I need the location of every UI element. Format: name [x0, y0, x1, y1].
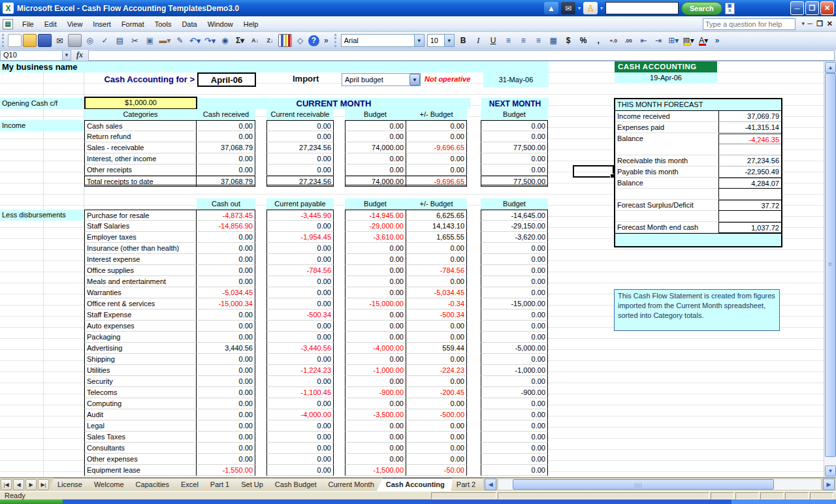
cash-received-cell[interactable]: 37,068.79	[197, 142, 255, 153]
category-cell[interactable]: Shipping	[84, 354, 197, 365]
category-cell[interactable]: Packaging	[84, 332, 197, 343]
search-button[interactable]: Search	[681, 2, 722, 15]
current-payable-cell[interactable]: -3,440.56	[266, 343, 334, 354]
budget-cell[interactable]: 0.00	[345, 309, 406, 321]
next-budget-cell[interactable]: 0.00	[481, 420, 548, 432]
col-header-budget[interactable]: Budget	[345, 109, 406, 120]
titlebar-search-input[interactable]	[605, 2, 679, 14]
chevron-down-icon[interactable]: ▼	[414, 35, 424, 46]
budget-cell[interactable]: 0.00	[345, 443, 406, 454]
current-receivable-cell[interactable]: 0.00	[266, 165, 334, 176]
next-budget-cell[interactable]: 0.00	[481, 454, 548, 465]
next-budget-cell[interactable]: 0.00	[481, 131, 548, 142]
cash-out-cell[interactable]: 0.00	[197, 409, 255, 420]
cash-received-cell[interactable]: 0.00	[197, 165, 255, 176]
scroll-up-icon[interactable]: ▲	[825, 62, 836, 73]
current-payable-cell[interactable]: 0.00	[266, 432, 334, 443]
cash-out-cell[interactable]: -1,550.00	[197, 465, 255, 476]
category-cell[interactable]: Other expenses	[84, 454, 197, 465]
cash-accounting-for-label[interactable]: Cash Accounting for >	[78, 74, 195, 86]
next-budget-cell[interactable]: -1,000.00	[481, 365, 548, 376]
disbursements-section-label[interactable]: Less disbursements	[0, 210, 84, 221]
cash-out-cell[interactable]: 0.00	[197, 420, 255, 432]
sidebar-toggle-icon[interactable]: ▣✕	[725, 3, 735, 14]
budget-cell[interactable]: 74,000.00	[345, 176, 406, 187]
help-icon[interactable]: ?	[308, 35, 319, 46]
menu-item[interactable]: Format	[116, 18, 150, 30]
category-cell[interactable]: Computing	[84, 398, 197, 409]
current-payable-cell[interactable]: 0.00	[266, 276, 334, 287]
forecast-value-cell[interactable]: 1,037.72	[718, 222, 781, 233]
budget-cell[interactable]: 0.00	[345, 376, 406, 387]
forecast-label-cell[interactable]: Expenses paid	[615, 122, 718, 133]
pm-budget-cell[interactable]: -784.56	[406, 265, 467, 276]
category-cell[interactable]: Security	[84, 376, 197, 387]
cash-out-cell[interactable]: 0.00	[197, 276, 255, 287]
horizontal-scrollbar[interactable]	[498, 479, 822, 490]
budget-cell[interactable]: -4,000.00	[345, 343, 406, 354]
next-budget-cell[interactable]: 77,500.00	[481, 142, 548, 153]
category-cell[interactable]: Sales - receivable	[84, 142, 197, 153]
menu-item[interactable]: File	[17, 18, 39, 30]
align-left-icon[interactable]: ≡	[502, 34, 515, 47]
next-budget-cell[interactable]: 0.00	[481, 243, 548, 254]
category-cell[interactable]: Sales Taxes	[84, 432, 197, 443]
selected-cell[interactable]	[573, 165, 614, 178]
budget-cell[interactable]: 0.00	[345, 120, 406, 131]
cash-accounting-header-cell[interactable]: CASH ACCOUNTING	[615, 61, 717, 72]
forecast-label-cell[interactable]: Payable this month	[615, 166, 718, 178]
scroll-left-icon[interactable]: ◀	[485, 479, 496, 490]
hyperlink-icon[interactable]: ◉	[218, 34, 232, 47]
next-budget-cell[interactable]: 0.00	[481, 254, 548, 265]
open-folder-icon[interactable]	[23, 34, 37, 47]
start-button-edge[interactable]	[0, 499, 63, 504]
next-budget-cell[interactable]: 0.00	[481, 376, 548, 387]
next-budget-cell[interactable]: 77,500.00	[481, 176, 548, 187]
cash-out-cell[interactable]: 0.00	[197, 443, 255, 454]
cash-out-cell[interactable]: 0.00	[197, 454, 255, 465]
current-payable-cell[interactable]: -4,000.00	[266, 409, 334, 420]
budget-cell[interactable]: -1,500.00	[345, 465, 406, 476]
sheet-tab-setup[interactable]: Set Up	[232, 478, 271, 491]
pm-budget-cell[interactable]: 0.00	[406, 332, 467, 343]
next-budget-cell[interactable]: 0.00	[481, 153, 548, 165]
note-box[interactable]: This Cash Flow Statement is created from…	[614, 289, 780, 331]
category-cell[interactable]: Employer taxes	[84, 232, 197, 243]
cash-out-cell[interactable]: 3,440.56	[197, 343, 255, 354]
budget-cell[interactable]: 0.00	[345, 432, 406, 443]
period-cell[interactable]: April-06	[197, 72, 256, 87]
help-question-input[interactable]	[703, 18, 796, 30]
sheet-tab-cash-accounting[interactable]: Cash Accounting	[377, 478, 453, 491]
sheet-tab-part1[interactable]: Part 1	[201, 478, 237, 491]
current-payable-cell[interactable]: 0.00	[266, 221, 334, 232]
chevron-down-icon[interactable]: ▼	[410, 74, 420, 86]
sheet-tab-license[interactable]: License	[48, 478, 90, 491]
chevron-down-icon[interactable]: ▾	[600, 5, 603, 11]
col-header-cash-received[interactable]: Cash received	[197, 109, 255, 120]
next-budget-cell[interactable]: 0.00	[481, 120, 548, 131]
pm-budget-cell[interactable]: 0.00	[406, 254, 467, 265]
increase-decimal-icon[interactable]: +.0	[607, 34, 620, 47]
budget-cell[interactable]: 0.00	[345, 254, 406, 265]
forecast-value-cell[interactable]	[718, 211, 781, 222]
cash-out-cell[interactable]: 0.00	[197, 432, 255, 443]
cash-out-cell[interactable]: 0.00	[197, 387, 255, 398]
pm-budget-cell[interactable]: 0.00	[406, 165, 467, 176]
next-budget-cell[interactable]: 0.00	[481, 465, 548, 476]
cash-out-cell[interactable]: 0.00	[197, 265, 255, 276]
category-cell[interactable]: Consultants	[84, 443, 197, 454]
next-budget-cell[interactable]: 0.00	[481, 321, 548, 332]
sheet-tab-current-month[interactable]: Current Month	[319, 478, 381, 491]
budget-cell[interactable]: 0.00	[345, 321, 406, 332]
next-budget-cell[interactable]: 0.00	[481, 354, 548, 365]
sort-descending-icon[interactable]: Z↓	[263, 34, 277, 47]
pm-budget-cell[interactable]: 0.00	[406, 454, 467, 465]
next-budget-cell[interactable]: 0.00	[481, 265, 548, 276]
current-payable-cell[interactable]: 0.00	[266, 298, 334, 309]
next-sheet-icon[interactable]: ▶	[25, 479, 37, 490]
category-cell[interactable]: Purchase for resale	[84, 210, 197, 221]
next-budget-cell[interactable]: 0.00	[481, 276, 548, 287]
pm-budget-cell[interactable]: -200.45	[406, 387, 467, 398]
font-name-select[interactable]: Arial▼	[341, 34, 425, 47]
pm-budget-cell[interactable]: -9,696.65	[406, 176, 467, 187]
